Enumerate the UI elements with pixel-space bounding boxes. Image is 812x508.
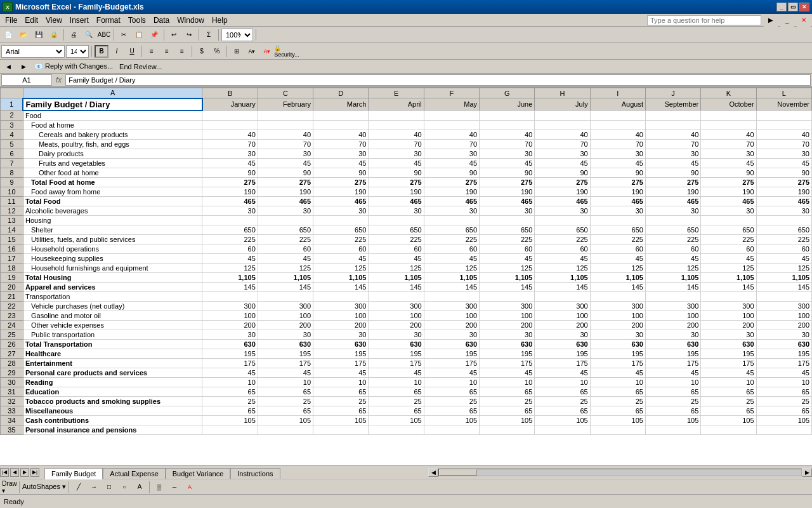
tab-instructions[interactable]: Instructions [230, 468, 280, 479]
arrow-tool[interactable]: → [87, 481, 101, 493]
cell-A22[interactable]: Vehicle purchases (net outlay) [23, 301, 202, 311]
cell-A21[interactable]: Transportation [23, 291, 202, 301]
cell-A20[interactable]: Apparel and services [23, 282, 202, 291]
cell-A14[interactable]: Shelter [23, 225, 202, 234]
menu-file[interactable]: File [1, 15, 21, 26]
cell-F1[interactable]: May [424, 98, 479, 110]
cell-A3[interactable]: Food at home [23, 120, 202, 130]
cell-A1[interactable]: Family Budget / Diary [23, 98, 202, 110]
close-button[interactable]: ✕ [799, 3, 809, 11]
security-button[interactable]: 🔒 Security... [280, 45, 294, 58]
new-button[interactable]: 📄 [1, 29, 15, 41]
oval-tool[interactable]: ○ [117, 481, 131, 493]
font-color-button[interactable]: A▾ [260, 45, 274, 58]
cell-C1[interactable]: February [258, 98, 313, 110]
spell-button[interactable]: ABC [97, 29, 111, 41]
cell-A6[interactable]: Dairy products [23, 149, 202, 158]
review-btn2[interactable]: ▶ [16, 60, 30, 73]
col-header-G[interactable]: G [480, 88, 535, 98]
bold-button[interactable]: B [95, 45, 108, 58]
cell-A19[interactable]: Total Housing [23, 272, 202, 282]
draw-button[interactable]: Draw ▾ [3, 481, 16, 493]
undo-button[interactable]: ↩ [167, 29, 181, 41]
align-right-button[interactable]: ≡ [175, 45, 189, 58]
save-button[interactable]: 💾 [32, 29, 46, 41]
cell-A10[interactable]: Food away from home [23, 187, 202, 196]
cell-B2[interactable] [202, 110, 258, 121]
menu-format[interactable]: Format [93, 15, 124, 26]
font-name-select[interactable]: Arial [1, 45, 65, 58]
tab-next-button[interactable]: ▶ [20, 468, 29, 477]
cell-A11[interactable]: Total Food [23, 196, 202, 206]
menu-tools[interactable]: Tools [124, 15, 150, 26]
cell-A18[interactable]: Household furnishings and equipment [23, 263, 202, 272]
borders-button[interactable]: ⊞ [230, 45, 244, 58]
cell-G1[interactable]: June [480, 98, 535, 110]
redo-button[interactable]: ↪ [182, 29, 196, 41]
align-left-button[interactable]: ≡ [145, 45, 159, 58]
col-header-K[interactable]: K [701, 88, 756, 98]
h-scrollbar-track[interactable] [438, 469, 802, 476]
permission-button[interactable]: 🔒 [47, 29, 61, 41]
cell-A23[interactable]: Gasoline and motor oil [23, 311, 202, 320]
font-size-select[interactable]: 14 [66, 45, 89, 58]
formula-input[interactable] [65, 74, 811, 86]
col-header-C[interactable]: C [258, 88, 313, 98]
col-header-F[interactable]: F [424, 88, 479, 98]
col-header-D[interactable]: D [313, 88, 369, 98]
cell-A33[interactable]: Miscellaneous [23, 406, 202, 415]
cell-H1[interactable]: July [535, 98, 590, 110]
cell-A4[interactable]: Cereals and bakery products [23, 130, 202, 139]
cell-A32[interactable]: Tobacco products and smoking supplies [23, 396, 202, 406]
cell-A25[interactable]: Public transportation [23, 330, 202, 339]
cell-A16[interactable]: Household operations [23, 244, 202, 253]
menu-window[interactable]: Window [173, 15, 208, 26]
text-tool[interactable]: A [133, 481, 147, 493]
window-close-btn[interactable]: ✕ [797, 14, 811, 27]
tab-family-budget[interactable]: Family Budget [44, 468, 103, 479]
menu-insert[interactable]: Insert [66, 15, 93, 26]
menu-view[interactable]: View [42, 15, 66, 26]
open-button[interactable]: 📂 [16, 29, 30, 41]
cell-A28[interactable]: Entertainment [23, 358, 202, 368]
cell-A12[interactable]: Alcoholic beverages [23, 206, 202, 215]
cell-A17[interactable]: Housekeeping supplies [23, 253, 202, 263]
cell-B1[interactable]: January [202, 98, 258, 110]
cell-I2[interactable] [590, 110, 645, 121]
name-box[interactable] [1, 74, 52, 86]
cell-L1[interactable]: November [756, 98, 811, 110]
print-preview-button[interactable]: 🔍 [82, 29, 96, 41]
cell-A31[interactable]: Education [23, 387, 202, 396]
col-header-H[interactable]: H [535, 88, 590, 98]
cell-I1[interactable]: August [590, 98, 645, 110]
fill-color-button[interactable]: A▾ [245, 45, 259, 58]
cell-A2[interactable]: Food [23, 110, 202, 121]
cell-A9[interactable]: Total Food at home [23, 177, 202, 187]
cell-G2[interactable] [480, 110, 535, 121]
currency-button[interactable]: $ [195, 45, 209, 58]
cell-A13[interactable]: Housing [23, 215, 202, 225]
help-search-input[interactable] [647, 15, 761, 25]
cell-B4[interactable]: 40 [202, 130, 258, 139]
font-color-draw-btn[interactable]: A [183, 481, 197, 493]
rect-tool[interactable]: □ [102, 481, 116, 493]
tab-last-button[interactable]: ▶| [30, 468, 39, 477]
review-btn1[interactable]: ◀ [1, 60, 15, 73]
col-header-B[interactable]: B [202, 88, 258, 98]
cell-D1[interactable]: March [313, 98, 369, 110]
col-header-J[interactable]: J [645, 88, 700, 98]
col-header-L[interactable]: L [756, 88, 811, 98]
cell-A34[interactable]: Cash contributions [23, 415, 202, 425]
print-button[interactable]: 🖨 [67, 29, 81, 41]
cell-D2[interactable] [313, 110, 369, 121]
align-center-button[interactable]: ≡ [160, 45, 174, 58]
cell-A30[interactable]: Reading [23, 377, 202, 387]
restore-button[interactable]: ▭ [788, 3, 798, 11]
minimize-button[interactable]: _ [776, 3, 787, 11]
scroll-left-btn[interactable]: ◀ [428, 468, 438, 477]
cell-J2[interactable] [645, 110, 700, 121]
cell-H2[interactable] [535, 110, 590, 121]
cell-E2[interactable] [369, 110, 424, 121]
col-header-I[interactable]: I [590, 88, 645, 98]
cell-A24[interactable]: Other vehicle expenses [23, 320, 202, 330]
